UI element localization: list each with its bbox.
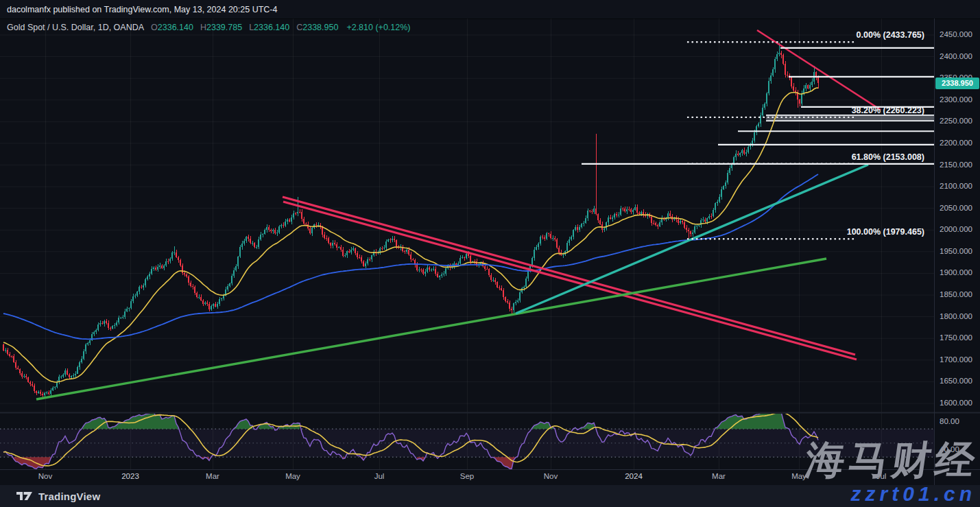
open-label: O xyxy=(151,23,158,32)
time-tick-label: Mar xyxy=(198,472,228,480)
resistance-zone xyxy=(766,115,934,121)
fib-level-label: 100.00% (1979.465) xyxy=(847,227,924,237)
price-tick-label: 1750.000 xyxy=(940,333,972,342)
time-tick-label: May xyxy=(278,472,308,480)
fib-level-label: 0.00% (2433.765) xyxy=(857,30,924,40)
price-tick-label: 1850.000 xyxy=(940,290,972,298)
short-descending-trendline[interactable] xyxy=(757,30,881,110)
time-tick-label: 2024 xyxy=(619,472,649,480)
price-tick-label: 2000.000 xyxy=(940,225,972,233)
price-tick-label: 2200.000 xyxy=(940,139,972,147)
current-price-badge: 2338.950 xyxy=(935,78,979,89)
price-tick-label: 2300.000 xyxy=(940,95,972,104)
time-tick-label: Nov xyxy=(30,472,60,480)
price-tick-label: 2400.000 xyxy=(940,52,972,60)
price-tick-label: 2250.000 xyxy=(940,117,972,125)
ascending-support-line[interactable] xyxy=(36,259,826,399)
watermark-url: zzrt01.cn xyxy=(851,484,976,504)
price-tick-label: 1600.000 xyxy=(940,399,972,407)
time-tick-label: Jul xyxy=(364,472,394,480)
time-tick-label: Nov xyxy=(536,472,566,480)
time-tick-label: Sep xyxy=(452,472,482,480)
fib-level-label: 38.20% (2260.223) xyxy=(852,106,924,115)
descending-channel-upper-line[interactable] xyxy=(283,197,855,355)
rsi-tick-label: 80.00 xyxy=(940,417,959,425)
high-label: H xyxy=(200,23,206,32)
time-tick-label: 2023 xyxy=(115,472,145,480)
footer-bar: TradingView xyxy=(0,485,980,507)
change-value: +2.810 (+0.12%) xyxy=(346,23,410,32)
price-tick-label: 1650.000 xyxy=(940,377,972,385)
low-value: 2336.140 xyxy=(254,23,289,32)
candlestick-series xyxy=(3,43,819,398)
chart-canvas[interactable] xyxy=(0,0,980,507)
symbol-legend[interactable]: Gold Spot / U.S. Dollar, 1D, OANDA O2336… xyxy=(7,23,411,32)
symbol-title[interactable]: Gold Spot / U.S. Dollar, 1D, OANDA xyxy=(7,23,144,32)
close-label: C xyxy=(296,23,302,32)
high-value: 2339.785 xyxy=(206,23,242,32)
price-tick-label: 1700.000 xyxy=(940,355,972,364)
price-tick-label: 2150.000 xyxy=(940,161,972,169)
price-tick-label: 1900.000 xyxy=(940,268,972,276)
price-tick-label: 1950.000 xyxy=(940,247,972,255)
tradingview-logo-icon[interactable] xyxy=(16,491,33,502)
open-value: 2336.140 xyxy=(158,23,193,32)
fib-level-label: 61.80% (2153.008) xyxy=(852,152,924,162)
tradingview-published-chart: dacolmanfx published on TradingView.com,… xyxy=(0,0,980,507)
time-tick-label: Mar xyxy=(704,472,734,480)
fast-ma xyxy=(3,88,818,382)
descending-channel-lower-line[interactable] xyxy=(283,202,857,359)
watermark-cjk: 海马财经 xyxy=(803,440,980,480)
price-tick-label: 2450.000 xyxy=(940,30,972,38)
price-tick-label: 2050.000 xyxy=(940,204,972,212)
price-tick-label: 2100.000 xyxy=(940,182,972,190)
price-tick-label: 1800.000 xyxy=(940,312,972,320)
close-value: 2338.950 xyxy=(302,23,338,32)
footer-brand-text[interactable]: TradingView xyxy=(38,491,100,502)
